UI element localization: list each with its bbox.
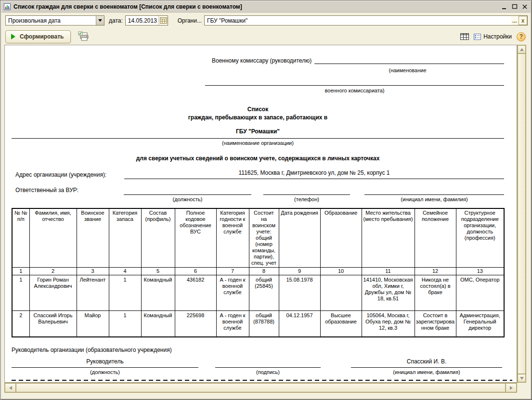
organization-hint: (наименование организации) <box>12 140 504 146</box>
table-cell: 15.08.1978 <box>279 275 320 311</box>
horizontal-scroll-thumb[interactable] <box>16 383 506 392</box>
scroll-right-button[interactable] <box>506 383 517 392</box>
addressee-underline-2 <box>205 78 504 86</box>
table-cell: Горин Роман Александрович <box>29 275 77 311</box>
close-button[interactable] <box>520 3 529 11</box>
responsible-underline-position <box>124 188 251 195</box>
print-button[interactable] <box>78 31 90 42</box>
footer-label: Руководитель организации (образовательно… <box>12 347 172 353</box>
table-header-cell: Категория годности к военной службе <box>216 208 249 268</box>
column-number: 11 <box>362 268 415 275</box>
window-title: Список граждан для сверки с военкоматом … <box>13 3 242 10</box>
column-number: 1 <box>12 268 29 275</box>
organization-ellipsis-button[interactable]: ... <box>511 16 519 25</box>
responsible-label: Ответственный за ВУР: <box>15 187 78 194</box>
period-select[interactable]: Произвольная дата <box>5 15 104 26</box>
table-cell: 1 <box>12 275 29 311</box>
table-cell <box>320 275 362 311</box>
signature-sign-underline <box>215 361 321 368</box>
responsible-underline-name <box>364 188 504 195</box>
settings-form-icon <box>474 34 481 40</box>
table-header-cell: Семейное положение <box>415 208 456 268</box>
table-header-cell: Воинское звание <box>77 208 109 268</box>
maximize-icon <box>512 4 518 10</box>
page-break-line <box>12 380 512 381</box>
column-number: 10 <box>320 268 362 275</box>
table-cell: Спасский Игорь Валерьевич <box>29 311 77 337</box>
address-value: 111625, Москва г, Дмитриевского ул, дом … <box>124 169 504 179</box>
date-value: 14.05.2013 <box>126 17 158 24</box>
filter-toolbar: Произвольная дата дата: 14.05.2013 Орган… <box>1 13 531 28</box>
organization-input[interactable]: ГБУ "Ромашки" ... x <box>204 15 528 26</box>
column-number: 5 <box>141 268 175 275</box>
scroll-left-button[interactable] <box>5 383 16 392</box>
column-number: 4 <box>109 268 141 275</box>
report-purpose: для сверки учетных сведений о воинском у… <box>12 155 504 162</box>
responsible-hint-position: (должность) <box>124 196 251 202</box>
scroll-down-button[interactable] <box>518 374 526 382</box>
table-cell: 105064, Москва г, Обуха пер, дом № 12, к… <box>362 311 415 337</box>
table-cell: ОМС, Оператор <box>456 275 504 311</box>
vertical-scroll-thumb[interactable] <box>518 53 526 374</box>
report-document: Военному комиссару (руководителю) (наиме… <box>4 45 517 383</box>
address-label: Адрес организации (учреждения): <box>15 171 106 178</box>
vertical-scrollbar[interactable] <box>517 45 526 383</box>
table-settings-button[interactable] <box>460 33 469 40</box>
calendar-button[interactable] <box>158 16 168 25</box>
help-button[interactable]: ? <box>517 32 526 41</box>
table-row: 2 Спасский Игорь Валерьевич Майор 1 Кома… <box>12 311 504 337</box>
arrow-down-icon <box>520 377 524 380</box>
printer-icon <box>78 31 90 42</box>
table-cell: Майор <box>77 311 109 337</box>
report-app-icon <box>3 3 11 11</box>
play-icon <box>11 34 15 39</box>
report-title-line-1: Список <box>12 106 504 113</box>
table-cell: Состоит в зарегистрированном браке <box>415 311 456 337</box>
generate-button-label: Сформировать <box>20 33 64 40</box>
signature-name-value: Спасский И. В. <box>351 358 502 368</box>
table-header-cell: Дата рождения <box>279 208 320 268</box>
table-cell: общий (878788) <box>249 311 279 337</box>
table-cell: 2 <box>12 311 29 337</box>
column-number: 9 <box>279 268 320 275</box>
addressee-hint-1: (наименование <box>311 67 504 73</box>
column-number: 8 <box>249 268 279 275</box>
table-cell: Администрация, Генеральный директор <box>456 311 504 337</box>
table-row: 1 Горин Роман Александрович Лейтенант 1 … <box>12 275 504 311</box>
table-header-cell: Полное кодовое обозначение ВУС <box>175 208 216 268</box>
maximize-button[interactable] <box>510 3 519 11</box>
table-header-cell: Структурное подразделение организации, д… <box>456 208 504 268</box>
period-dropdown-button[interactable] <box>96 16 104 25</box>
calendar-icon <box>160 17 167 24</box>
table-cell: 141410, Московская обл, Химки г, Дружбы … <box>362 275 415 311</box>
date-input[interactable]: 14.05.2013 <box>125 15 168 26</box>
table-header-cell: Состоит на воинском учете: общий (номер … <box>249 208 279 268</box>
scroll-up-button[interactable] <box>518 45 526 53</box>
signature-hint-name: (инициал имени, фамилия) <box>351 369 502 375</box>
table-header-cell: Образование <box>320 208 362 268</box>
minimize-button[interactable] <box>500 3 508 11</box>
organization-label: Органи... <box>178 17 202 24</box>
table-cell: А - годен к военной службе <box>216 275 249 311</box>
settings-button-label: Настройки <box>483 33 512 40</box>
table-cell: Командный <box>141 275 175 311</box>
table-cell: Лейтенант <box>77 275 109 311</box>
organization-clear-button[interactable]: x <box>519 16 527 25</box>
table-header-cell: Состав (профиль) <box>141 208 175 268</box>
generate-button[interactable]: Сформировать <box>5 30 71 43</box>
column-number: 3 <box>77 268 109 275</box>
table-cell: 1 <box>109 275 141 311</box>
addressee-row: Военному комиссару (руководителю) <box>212 57 504 64</box>
table-cell: Никогда не состоял(а) в браке <box>415 275 456 311</box>
horizontal-scrollbar[interactable] <box>4 383 517 393</box>
settings-button[interactable]: Настройки <box>474 33 512 40</box>
addressee-hint-2: военного комиссариата) <box>205 88 504 93</box>
addressee-label: Военному комиссару (руководителю) <box>212 57 311 64</box>
table-header-cell: № № п/п <box>12 208 29 268</box>
addressee-underline <box>314 57 504 64</box>
app-window: Список граждан для сверки с военкоматом … <box>0 0 532 400</box>
arrow-right-icon <box>510 386 513 390</box>
table-cell: А - годен к военной службе <box>216 311 249 337</box>
signature-hint-sign: (подпись) <box>215 369 321 375</box>
table-cell: Высшее образование <box>320 311 362 337</box>
